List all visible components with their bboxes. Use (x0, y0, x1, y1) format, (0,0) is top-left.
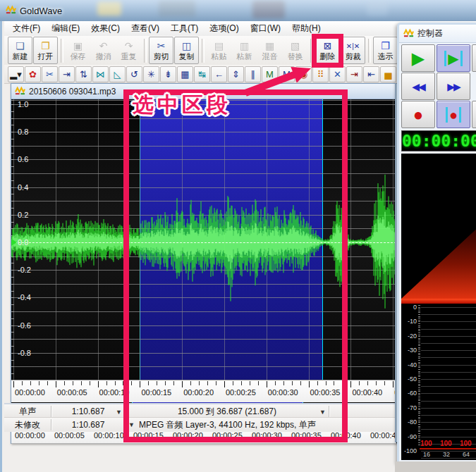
length-cell[interactable]: 1:10.687▼ (51, 406, 126, 417)
play-button[interactable]: ▶ (401, 44, 435, 72)
db-label: -30 (401, 347, 417, 354)
mix-icon: ▦ (265, 41, 274, 52)
device-control-icon[interactable]: ▂▾ (8, 66, 24, 82)
replace-button: ▧替换 (283, 37, 307, 64)
eq-view-icon[interactable]: ◉ (295, 66, 312, 82)
rewind-button[interactable]: ◀◀ (401, 73, 435, 100)
undo-label: 撤消 (96, 52, 111, 61)
new-button[interactable]: ❏新建 (8, 37, 32, 64)
waveform-plot (11, 99, 396, 380)
mix-button: ▦混音 (257, 37, 282, 64)
show-sel-button[interactable]: ❒选示 (373, 37, 398, 64)
rainbow-dots-icon[interactable]: ⠿ (312, 66, 329, 82)
spectrum-ticks (418, 305, 420, 446)
stretch-vertical-icon[interactable]: ⇅ (75, 66, 92, 82)
db-label: -100 (401, 447, 417, 454)
shift-vertical-icon[interactable]: ⇕ (228, 66, 244, 82)
pitch-icon[interactable]: ⇟ (160, 66, 176, 82)
toolbar-separator (310, 39, 313, 63)
time-label: 00:00:30 (268, 388, 298, 397)
paste-new-label: 粘新 (237, 52, 252, 61)
equalizer-table-icon[interactable]: ▦ (177, 66, 193, 82)
spectrum-panel: 0-10-20-30-40-50-60-70-80-90-10010010010… (401, 304, 476, 460)
copy-button[interactable]: ◫复制 (174, 37, 199, 64)
menu-item-0[interactable]: 文件(F) (7, 21, 46, 36)
menu-item-2[interactable]: 效果(C) (85, 21, 126, 36)
frequency-label: 32 (443, 451, 450, 458)
spectrum-bar-icon[interactable]: ▅ (380, 66, 396, 82)
menu-item-5[interactable]: 选项(O) (204, 21, 244, 36)
goldwave-doc-icon (15, 85, 25, 98)
doppler-icon[interactable]: ⋈ (92, 66, 109, 82)
reverse-loop-icon[interactable]: ↺ (126, 66, 142, 82)
amplitude-label: -0.2 (18, 266, 31, 274)
paste-new-icon: ▥ (240, 41, 249, 52)
paste-new-button: ▥粘新 (232, 37, 257, 64)
document-titlebar[interactable]: 20150606 093041.mp3 (11, 84, 396, 99)
cut-scissors-icon: ✂ (157, 41, 166, 52)
length-cell[interactable]: 1:10.687 (51, 419, 126, 430)
new-label: 新建 (13, 52, 28, 61)
dropdown-arrow-icon[interactable]: ▼ (116, 409, 122, 416)
delete-button[interactable]: ⊠删除 (315, 37, 340, 64)
undo-icon: ↶ (99, 41, 108, 52)
time-ruler-main[interactable]: 00:00:0000:00:0500:00:1000:00:1500:00:20… (11, 380, 396, 402)
ramp-icon[interactable]: ◺ (109, 66, 126, 82)
show-sel-label: 选示 (378, 52, 393, 61)
menu-item-6[interactable]: 窗口(W) (245, 21, 286, 36)
rewind-icon: ◀◀ (412, 82, 425, 92)
effect-chain-icon[interactable]: ✿ (25, 66, 41, 82)
record-selection-button[interactable]: ● (437, 101, 470, 128)
play-fast-button[interactable]: ▶ (472, 44, 476, 72)
trim-button[interactable]: ✕|✕剪裁 (341, 37, 365, 64)
amplitude-label: 0.8 (18, 128, 28, 136)
document-window: 20150606 093041.mp3 1.00.80.60.40.20.0-0… (11, 83, 398, 444)
open-button[interactable]: ❐打开 (33, 37, 58, 64)
menu-item-1[interactable]: 编辑(E) (46, 21, 85, 36)
amplitude-label: 0.2 (18, 211, 28, 219)
major-ticks (11, 381, 396, 387)
selection-range-cell[interactable]: 15.000 到 36.687 (21.687)▼ (126, 406, 329, 417)
dropdown-arrow-icon[interactable]: ▼ (319, 409, 326, 416)
visualizer-panel (401, 154, 476, 304)
shift-left-icon[interactable]: ← (211, 66, 227, 82)
silence-reduce-icon[interactable]: ⇥ (346, 66, 362, 82)
time-label: 00:00:05 (54, 431, 85, 440)
sliders-icon[interactable]: ∥ (245, 66, 261, 82)
window-titlebar[interactable] (0, 0, 476, 22)
undo-button: ↶撤消 (91, 37, 116, 64)
menu-item-7[interactable]: 帮助(H) (286, 21, 327, 36)
monitor-button[interactable]: ◎ (472, 101, 476, 128)
db-label: -40 (401, 361, 417, 368)
goto-end-icon[interactable]: ⇥ (59, 66, 75, 82)
playhead-marker-icon[interactable] (11, 239, 17, 246)
trim-silence-icon[interactable]: ⇤ (363, 66, 379, 82)
toolbar-separator (144, 39, 147, 63)
dropdown-arrow-icon[interactable]: ▼ (128, 421, 135, 428)
waveform-display[interactable]: 1.00.80.60.40.20.0-0.2-0.4-0.6-0.8 (11, 99, 396, 380)
marker-menu-icon[interactable]: M (279, 66, 295, 82)
record-button[interactable]: ● (401, 101, 435, 128)
goldwave-controller-icon (403, 27, 414, 40)
amplitude-label: -0.8 (18, 349, 31, 357)
controller-titlebar[interactable]: 控制器 (399, 25, 476, 43)
screen: GoldWave 文件(F)编辑(E)效果(C)查看(V)工具(T)选项(O)窗… (0, 0, 476, 472)
time-label: 00:00:25 (212, 431, 243, 440)
expression-evaluator-icon[interactable]: ✂ (42, 66, 58, 82)
level-value: 100 (420, 440, 432, 447)
marker-mx-icon[interactable]: M (262, 66, 278, 82)
cut-button[interactable]: ✂剪切 (149, 37, 173, 64)
noise-reduction-icon[interactable]: ✕ (329, 66, 346, 82)
mechanize-icon[interactable]: ✳ (143, 66, 159, 82)
fast-forward-button[interactable]: ▶▶ (437, 73, 470, 100)
open-label: 打开 (38, 52, 54, 61)
expand-box-icon[interactable]: ↹ (194, 66, 210, 82)
amplitude-label: -0.6 (18, 321, 31, 330)
record-selection-icon: ● (446, 107, 461, 123)
menu-item-4[interactable]: 工具(T) (165, 21, 204, 36)
controller-title: 控制器 (417, 27, 443, 39)
amplitude-label: 0.4 (18, 183, 28, 192)
play-selection-button[interactable]: ▶ (437, 44, 470, 72)
menu-item-3[interactable]: 查看(V) (126, 21, 165, 36)
desktop-gap (395, 461, 476, 472)
